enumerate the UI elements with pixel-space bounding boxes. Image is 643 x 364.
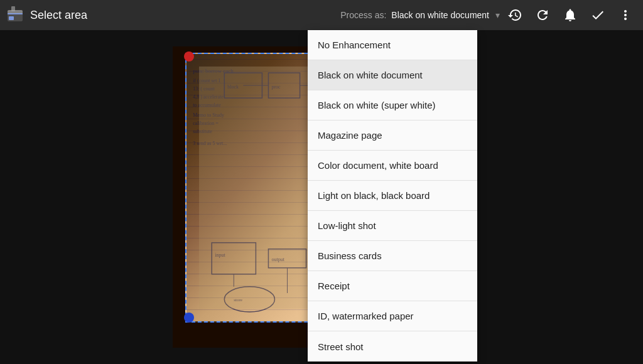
svg-text:proc: proc — [271, 84, 281, 90]
svg-text:input: input — [215, 252, 225, 258]
svg-text:store: store — [234, 297, 242, 302]
dropdown-item-street-shot[interactable]: Street shot — [308, 331, 477, 361]
main-content: puts: borrow each if (count set 1 13: ( … — [0, 30, 643, 364]
svg-rect-15 — [268, 73, 300, 98]
svg-text:4,8 ) accelerate-: 4,8 ) accelerate- — [193, 94, 225, 100]
svg-rect-20 — [212, 243, 256, 274]
svg-text:output: output — [271, 257, 284, 262]
refresh-button[interactable] — [530, 3, 555, 28]
dropdown-item-receipt[interactable]: Receipt — [308, 271, 477, 301]
dropdown-arrow-icon: ▾ — [495, 10, 500, 20]
process-as-label: Process as: — [340, 10, 386, 20]
handle-bottom-left[interactable] — [184, 313, 194, 323]
dropdown-item-light-on-black[interactable]: Light on black, black board — [308, 181, 477, 211]
svg-text:to accumulate: to accumulate — [193, 102, 221, 108]
notifications-button[interactable] — [558, 3, 583, 28]
app-icon — [5, 5, 25, 25]
check-icon — [590, 8, 605, 23]
handle-top-left[interactable] — [184, 51, 194, 62]
svg-rect-21 — [268, 249, 306, 268]
svg-rect-2 — [9, 16, 14, 20]
topbar-left: Select area — [0, 5, 340, 25]
dropdown-item-black-on-white[interactable]: Black on white document — [308, 60, 477, 90]
process-dropdown: No EnhancementBlack on white documentBla… — [308, 30, 477, 361]
history-icon — [507, 8, 522, 23]
svg-rect-4 — [11, 6, 15, 11]
dropdown-item-no-enhancement[interactable]: No Enhancement — [308, 30, 477, 60]
svg-text:block: block — [227, 84, 239, 90]
dropdown-item-business-cards[interactable]: Business cards — [308, 241, 477, 271]
dropdown-item-magazine-page[interactable]: Magazine page — [308, 120, 477, 151]
svg-text:puts: borrow each: puts: borrow each — [193, 68, 234, 74]
dropdown-item-color-whiteboard[interactable]: Color document, white board — [308, 151, 477, 181]
page-title: Select area — [30, 9, 87, 22]
bell-icon — [563, 8, 578, 23]
more-options-button[interactable] — [613, 3, 638, 28]
dropdown-item-id-watermarked[interactable]: ID, watermarked paper — [308, 301, 477, 331]
topbar-right: Process as: Black on white document ▾ — [340, 3, 643, 28]
svg-point-22 — [224, 287, 274, 312]
confirm-button[interactable] — [585, 3, 610, 28]
more-icon — [618, 8, 633, 23]
dropdown-item-black-on-white-super[interactable]: Black on white (super white) — [308, 90, 477, 120]
dropdown-item-low-light[interactable]: Low-light shot — [308, 211, 477, 241]
svg-text:if (count set 1: if (count set 1 — [193, 78, 220, 83]
svg-text:3 send as 5 wrt...: 3 send as 5 wrt... — [193, 141, 227, 146]
topbar: Select area Process as: Black on white d… — [0, 0, 643, 30]
svg-text:substitute: substitute — [193, 129, 212, 134]
refresh-icon — [535, 8, 550, 23]
svg-text:13: ( count: 13: ( count — [193, 86, 215, 92]
process-as-value: Black on white document — [391, 10, 489, 20]
svg-rect-14 — [224, 73, 262, 98]
history-button[interactable] — [502, 3, 527, 28]
svg-text:calibration =: calibration = — [193, 120, 219, 126]
svg-text:Memo to Study: Memo to Study — [193, 112, 224, 118]
